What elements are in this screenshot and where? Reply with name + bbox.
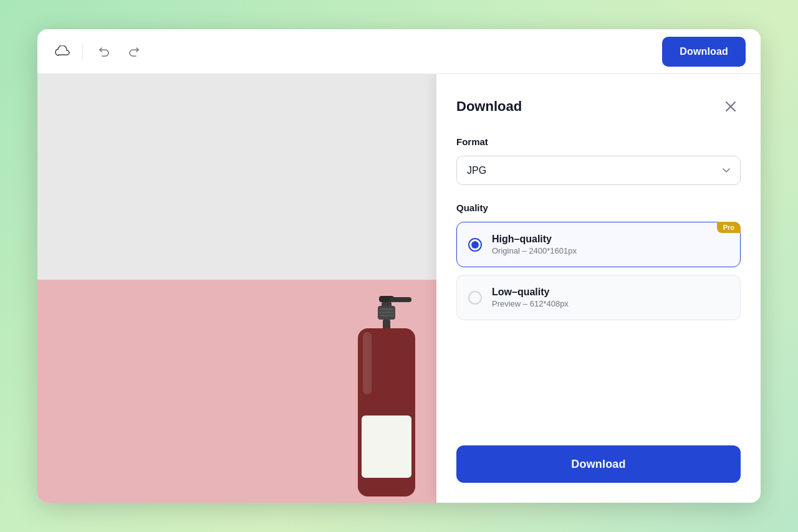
format-label: Format	[456, 136, 741, 147]
close-button[interactable]	[721, 97, 741, 116]
quality-label: Quality	[456, 202, 741, 213]
high-quality-radio[interactable]	[468, 238, 482, 252]
panel-header: Download	[456, 97, 741, 116]
cloud-icon[interactable]	[52, 42, 72, 62]
svg-rect-9	[362, 416, 411, 478]
toolbar-divider	[82, 43, 83, 60]
download-panel: Download Format JPG PNG WebP SVG Quality	[436, 74, 761, 503]
panel-title: Download	[456, 98, 522, 115]
low-quality-desc: Preview – 612*408px	[492, 299, 729, 308]
redo-button[interactable]	[123, 40, 145, 63]
svg-rect-10	[363, 332, 372, 394]
high-quality-desc: Original – 2400*1601px	[492, 246, 729, 255]
high-quality-option[interactable]: High–quality Original – 2400*1601px Pro	[456, 222, 741, 267]
high-quality-info: High–quality Original – 2400*1601px	[492, 234, 729, 255]
low-quality-name: Low–quality	[492, 287, 729, 298]
low-quality-option[interactable]: Low–quality Preview – 612*408px	[456, 275, 741, 320]
quality-options: High–quality Original – 2400*1601px Pro …	[456, 222, 741, 320]
low-quality-radio[interactable]	[468, 291, 482, 305]
toolbar: Download	[37, 29, 761, 74]
svg-rect-5	[379, 311, 394, 313]
pro-badge: Pro	[717, 222, 741, 233]
download-action-button[interactable]: Download	[456, 445, 741, 483]
toolbar-download-button[interactable]: Download	[662, 37, 746, 67]
undo-button[interactable]	[93, 40, 115, 63]
format-select[interactable]: JPG PNG WebP SVG	[456, 156, 741, 185]
toolbar-left	[52, 40, 655, 63]
product-image	[324, 291, 449, 503]
main-content: Download Format JPG PNG WebP SVG Quality	[37, 74, 761, 503]
app-window: Download	[37, 29, 761, 503]
svg-rect-1	[389, 297, 411, 302]
svg-rect-6	[379, 315, 394, 316]
svg-rect-4	[379, 308, 394, 310]
high-quality-name: High–quality	[492, 234, 729, 245]
low-quality-info: Low–quality Preview – 612*408px	[492, 287, 729, 308]
